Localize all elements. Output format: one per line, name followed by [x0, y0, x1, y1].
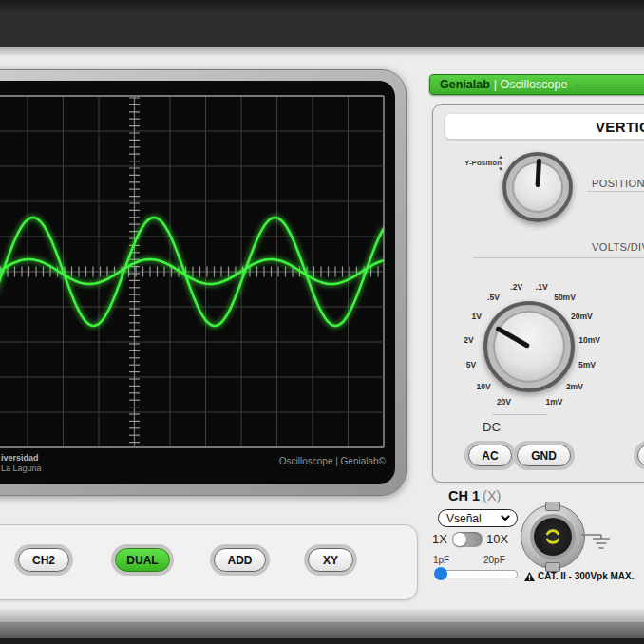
volts-div-label: VOLTS/DIV	[592, 241, 644, 253]
university-logo-line2: La Laguna	[1, 464, 42, 474]
bottom-chassis-trim	[0, 609, 644, 622]
volts-scale-label: .2V	[510, 282, 522, 292]
volts-scale-label: 10V	[477, 382, 491, 391]
coupling-button-gnd[interactable]: GND	[517, 445, 571, 466]
brand-app-name: | Oscilloscope	[494, 78, 568, 91]
atten-10x-label: 10X	[486, 532, 508, 546]
ch1-axis-suffix: (X)	[483, 488, 501, 503]
brand-rule	[577, 85, 644, 85]
screen-credit-text: Oscilloscope | Genialab©	[279, 456, 386, 466]
mode-buttons-panel: CH2DUALADDXY	[0, 524, 418, 600]
volts-scale-label: 50mV	[554, 293, 576, 302]
volts-scale-label: 1mV	[546, 397, 563, 407]
safety-warning: CAT. II - 300Vpk MAX.	[524, 571, 635, 581]
coupling-button-ac[interactable]: AC	[468, 445, 512, 466]
atten-toggle[interactable]	[452, 532, 483, 547]
y-position-label: Y-Position	[464, 159, 502, 167]
mode-button-add[interactable]: ADD	[214, 548, 266, 572]
bottom-chassis-bar	[0, 622, 644, 638]
university-logo-line1: iversidad	[1, 453, 42, 464]
ch1-title-text: CH 1	[448, 488, 480, 503]
volts-scale-label: 20V	[497, 397, 511, 407]
cap-slider-handle[interactable]	[434, 567, 447, 580]
volts-scale-label: 5V	[466, 360, 476, 369]
y-position-knob[interactable]	[502, 152, 573, 222]
bottom-edge	[0, 638, 644, 644]
cap-min-label: 1pF	[433, 555, 449, 565]
safety-warning-text: CAT. II - 300Vpk MAX.	[538, 571, 635, 581]
oscilloscope-app: iversidad La Laguna Oscilloscope | Genia…	[0, 0, 644, 644]
mode-button-xy[interactable]: XY	[308, 548, 353, 572]
volts-scale-label: 2V	[464, 335, 473, 345]
warning-icon	[524, 572, 535, 581]
cap-slider[interactable]	[435, 570, 518, 578]
mode-button-ch2[interactable]: CH2	[18, 548, 69, 572]
volts-scale-label: 20mV	[571, 312, 593, 321]
vertical-panel-title: VERTICAL	[445, 114, 644, 139]
volts-scale-label: .5V	[487, 293, 500, 302]
university-logo: iversidad La Laguna	[1, 453, 42, 474]
volts-scale-label: .1V	[536, 282, 548, 292]
bnc-core	[534, 518, 572, 556]
oscilloscope-screen-bezel: iversidad La Laguna Oscilloscope | Genia…	[0, 69, 407, 496]
brand-header: Genialab | Oscilloscope	[429, 74, 644, 95]
bnc-signal-icon	[543, 527, 562, 546]
brand-name: Genialab	[440, 78, 490, 91]
volts-scale-label: 2mV	[566, 382, 583, 391]
coupling-button-dc[interactable]: DC	[637, 445, 644, 466]
position-label: POSITION	[592, 178, 644, 189]
coupling-state-label: DC	[483, 420, 501, 434]
volts-div-knob-pointer	[495, 326, 530, 349]
volts-scale-label: 10mV	[578, 335, 600, 345]
volts-scale-label: 5mV	[578, 360, 596, 369]
y-position-spinner: ▲ ▼	[498, 154, 503, 172]
top-chassis-trim	[0, 47, 644, 55]
cap-max-label: 20pF	[483, 555, 505, 565]
oscilloscope-screen: iversidad La Laguna Oscilloscope | Genia…	[0, 81, 395, 484]
ch1-title: CH 1(X)	[448, 488, 501, 503]
vertical-panel: VERTICAL Y-Position ▲ ▼ POSITION VOLTS/D…	[432, 104, 644, 483]
coupling-divider	[492, 414, 547, 415]
ch1-source-value: Vseñal	[446, 512, 482, 525]
bnc-connector[interactable]	[521, 504, 585, 569]
volts-scale-label: 1V	[471, 312, 481, 321]
y-position-up-icon[interactable]: ▲	[498, 154, 503, 160]
atten-toggle-thumb	[453, 533, 466, 546]
volts-div-knob[interactable]	[483, 301, 575, 392]
position-divider	[587, 191, 644, 192]
bnc-lug-top	[545, 502, 560, 511]
atten-1x-label: 1X	[432, 532, 447, 546]
chevron-down-icon	[501, 515, 510, 521]
volts-div-divider	[473, 257, 644, 258]
y-position-knob-pointer	[536, 159, 542, 187]
waveform-display	[0, 81, 395, 484]
ground-symbol-icon	[580, 521, 615, 551]
top-chassis-bar	[0, 0, 644, 47]
mode-button-dual[interactable]: DUAL	[115, 548, 170, 572]
y-position-down-icon[interactable]: ▼	[498, 166, 503, 172]
ch1-source-select[interactable]: Vseñal	[438, 509, 518, 527]
